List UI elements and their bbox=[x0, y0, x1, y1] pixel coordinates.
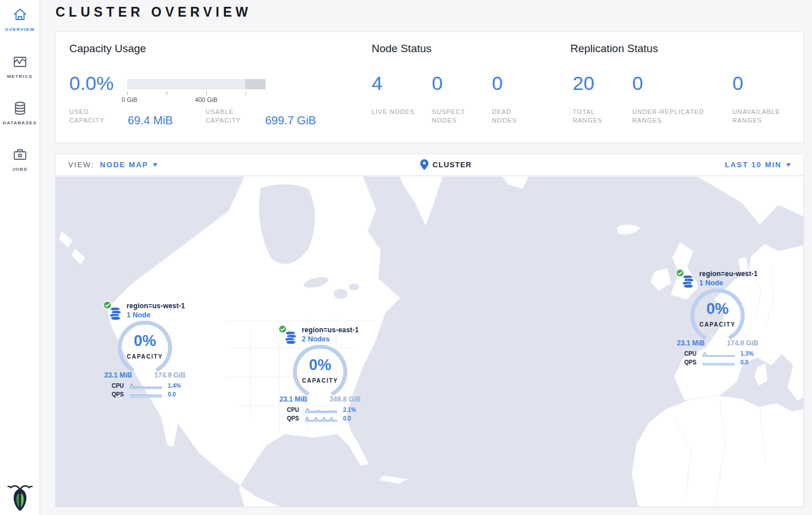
under-replicated-ranges-label: UNDER-REPLICATED RANGES bbox=[632, 108, 727, 125]
total-ranges-value: 20 bbox=[573, 72, 594, 95]
view-selector-value: NODE MAP bbox=[100, 160, 148, 169]
sidebar-item-jobs[interactable]: JOBS bbox=[0, 139, 40, 186]
capacity-gauge: 0% CAPACITY bbox=[686, 289, 749, 341]
breadcrumb-label: CLUSTER bbox=[432, 160, 471, 169]
locality-nodes-link[interactable]: 2 Nodes bbox=[302, 335, 359, 343]
sidebar-item-label: JOBS bbox=[12, 167, 27, 172]
qps-label: QPS bbox=[684, 359, 702, 365]
capacity-axis-tick: 0 GiB bbox=[121, 96, 137, 103]
jobs-icon bbox=[12, 147, 28, 163]
locality-region-label: region=us-east-1 bbox=[302, 326, 359, 334]
node-status-title: Node Status bbox=[372, 42, 432, 55]
cpu-label: CPU bbox=[684, 351, 702, 357]
metrics-icon bbox=[12, 54, 28, 70]
cpu-value: 1.4% bbox=[168, 383, 181, 389]
unavailable-ranges-label: UNAVAILABLE RANGES bbox=[732, 108, 795, 125]
databases-icon bbox=[12, 100, 28, 116]
suspect-nodes-label: SUSPECT NODES bbox=[432, 108, 478, 125]
cpu-value: 2.1% bbox=[343, 407, 356, 413]
view-label: VIEW: bbox=[68, 160, 94, 169]
qps-label: QPS bbox=[112, 391, 129, 398]
qps-value: 0.0 bbox=[740, 359, 748, 365]
replication-status-title: Replication Status bbox=[570, 42, 658, 55]
suspect-nodes-value: 0 bbox=[432, 72, 443, 95]
live-nodes-label: LIVE NODES bbox=[372, 108, 417, 116]
sidebar-item-label: OVERVIEW bbox=[5, 27, 35, 32]
locality-nodes-link[interactable]: 1 Node bbox=[699, 279, 758, 287]
node-map-card: VIEW: NODE MAP CLUSTER LAST 10 MIN bbox=[55, 154, 804, 507]
chevron-down-icon bbox=[153, 163, 157, 167]
qps-sparkline bbox=[702, 359, 735, 365]
capacity-bar bbox=[127, 79, 266, 89]
usable-capacity-label: USABLE CAPACITY bbox=[206, 108, 260, 125]
usable-capacity-value: 699.7 GiB bbox=[265, 114, 316, 127]
cpu-label: CPU bbox=[287, 407, 305, 413]
sidebar-item-label: METRICS bbox=[7, 74, 32, 79]
page-title: CLUSTER OVERVIEW bbox=[56, 5, 252, 20]
dead-nodes-label: DEAD NODES bbox=[492, 108, 538, 125]
gauge-capacity-label: CAPACITY bbox=[686, 321, 749, 328]
capacity-usage-title: Capacity Usage bbox=[69, 42, 146, 55]
capacity-axis-tick: 400 GiB bbox=[195, 96, 218, 103]
locality-region-label: region=eu-west-1 bbox=[699, 270, 758, 278]
locality-callout-eu-west-1: region=eu-west-1 1 Node 0% CAPACITY 23.1… bbox=[675, 270, 760, 365]
qps-value: 0.0 bbox=[168, 391, 176, 398]
used-capacity-value: 69.4 MiB bbox=[128, 114, 173, 127]
time-range-value: LAST 10 MIN bbox=[725, 160, 782, 169]
gauge-capacity-label: CAPACITY bbox=[289, 378, 352, 384]
gauge-percent: 0% bbox=[289, 356, 352, 374]
cpu-value: 1.3% bbox=[740, 351, 754, 357]
cluster-summary-card: Capacity Usage 0.0% 0 GiB 400 GiB USED C… bbox=[55, 32, 804, 143]
gauge-capacity-label: CAPACITY bbox=[113, 353, 176, 360]
cockroachdb-logo bbox=[7, 482, 33, 511]
node-map-canvas[interactable]: region=us-west-1 1 Node 0% CAPACITY 23.1… bbox=[56, 176, 803, 507]
locality-callout-us-west-1: region=us-west-1 1 Node 0% CAPACITY 23.1… bbox=[102, 302, 188, 398]
locality-region-label: region=us-west-1 bbox=[127, 302, 185, 310]
gauge-percent: 0% bbox=[113, 332, 176, 350]
view-selector[interactable]: NODE MAP bbox=[100, 160, 157, 169]
live-nodes-value: 4 bbox=[372, 72, 383, 95]
under-replicated-ranges-value: 0 bbox=[632, 72, 643, 95]
locality-nodes-link[interactable]: 1 Node bbox=[127, 311, 185, 319]
cpu-sparkline bbox=[305, 406, 338, 413]
qps-label: QPS bbox=[287, 415, 305, 422]
capacity-used-percent: 0.0% bbox=[69, 72, 114, 95]
sidebar-item-metrics[interactable]: METRICS bbox=[0, 46, 40, 93]
time-range-selector[interactable]: LAST 10 MIN bbox=[725, 160, 791, 169]
gauge-percent: 0% bbox=[686, 300, 749, 318]
capacity-gauge: 0% CAPACITY bbox=[289, 345, 352, 398]
sidebar: OVERVIEW METRICS DATABASES bbox=[0, 0, 40, 515]
home-icon bbox=[12, 7, 28, 23]
cpu-sparkline bbox=[702, 350, 735, 357]
map-toolbar: VIEW: NODE MAP CLUSTER LAST 10 MIN bbox=[56, 154, 803, 176]
locality-callout-us-east-1: region=us-east-1 2 Nodes 0% CAPACITY 23.… bbox=[277, 326, 363, 422]
unavailable-ranges-value: 0 bbox=[732, 72, 743, 95]
sidebar-item-databases[interactable]: DATABASES bbox=[0, 93, 40, 139]
cpu-sparkline bbox=[129, 382, 163, 389]
total-ranges-label: TOTAL RANGES bbox=[573, 108, 618, 125]
dead-nodes-value: 0 bbox=[492, 72, 503, 95]
location-pin-icon bbox=[420, 159, 428, 170]
cpu-label: CPU bbox=[112, 383, 129, 389]
capacity-gauge: 0% CAPACITY bbox=[113, 321, 176, 374]
sidebar-item-overview[interactable]: OVERVIEW bbox=[0, 0, 40, 46]
qps-sparkline bbox=[129, 391, 163, 398]
used-capacity-label: USED CAPACITY bbox=[69, 108, 124, 125]
locality-breadcrumb[interactable]: CLUSTER bbox=[420, 159, 471, 170]
capacity-bar-dark-segment bbox=[245, 79, 266, 89]
qps-sparkline bbox=[305, 415, 338, 422]
sidebar-item-label: DATABASES bbox=[3, 120, 37, 125]
qps-value: 0.0 bbox=[343, 415, 351, 422]
chevron-down-icon bbox=[786, 163, 791, 167]
